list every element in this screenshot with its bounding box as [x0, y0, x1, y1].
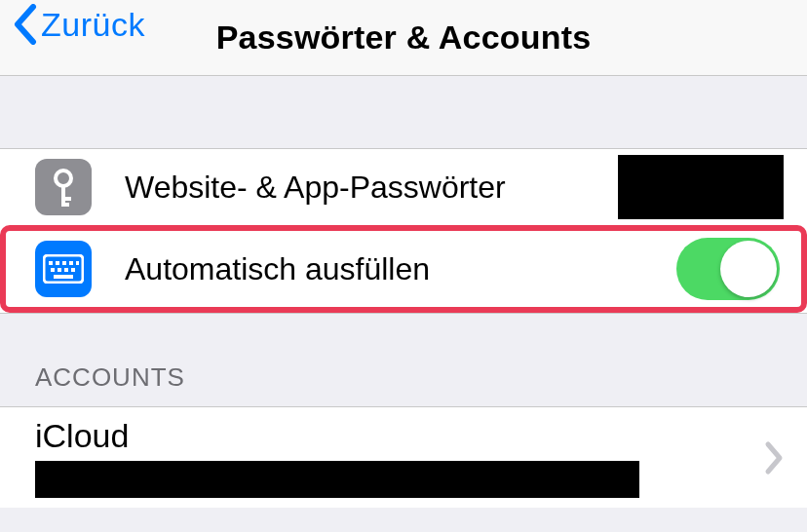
highlight-autofill: Automatisch ausfüllen: [0, 225, 807, 313]
chevron-left-icon: [12, 4, 37, 45]
svg-rect-6: [56, 261, 59, 265]
spacer: [0, 76, 807, 148]
svg-rect-2: [61, 197, 71, 201]
svg-rect-9: [76, 261, 79, 265]
keyboard-icon: [35, 241, 92, 297]
chevron-right-icon: [764, 440, 784, 475]
svg-rect-10: [51, 268, 55, 272]
svg-rect-3: [61, 203, 69, 207]
svg-rect-12: [64, 268, 68, 272]
settings-group: Website- & App-Passwörter: [0, 148, 807, 314]
toggle-knob: [720, 241, 777, 297]
svg-rect-8: [69, 261, 73, 265]
svg-rect-13: [71, 268, 75, 272]
navigation-bar: Zurück Passwörter & Accounts: [0, 0, 807, 76]
redacted-subtitle: [35, 461, 639, 498]
icloud-title: iCloud: [35, 417, 780, 455]
row-label-autofill: Automatisch ausfüllen: [125, 251, 676, 287]
row-icloud[interactable]: iCloud: [0, 407, 807, 508]
autofill-toggle[interactable]: [676, 238, 780, 300]
key-icon: [35, 159, 92, 215]
svg-rect-14: [54, 275, 73, 279]
redacted-value: [618, 155, 784, 219]
svg-rect-7: [62, 261, 66, 265]
row-autofill: Automatisch ausfüllen: [8, 231, 799, 307]
back-button[interactable]: Zurück: [12, 4, 145, 45]
back-label: Zurück: [41, 6, 145, 44]
section-header-accounts: ACCOUNTS: [0, 314, 807, 406]
svg-point-0: [56, 171, 71, 186]
row-label-passwords: Website- & App-Passwörter: [125, 170, 618, 206]
accounts-group: iCloud: [0, 406, 807, 508]
svg-rect-11: [58, 268, 61, 272]
svg-rect-5: [49, 261, 53, 265]
row-website-app-passwords[interactable]: Website- & App-Passwörter: [0, 149, 807, 225]
